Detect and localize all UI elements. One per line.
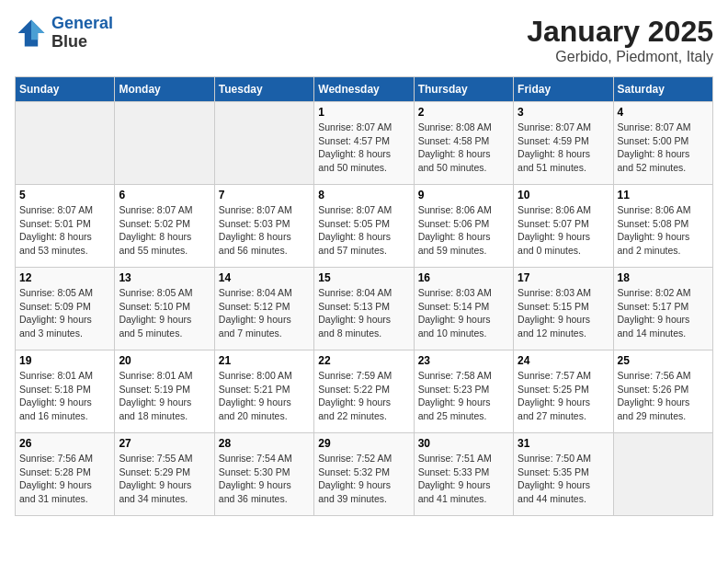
weekday-header: Wednesday — [314, 77, 414, 102]
day-number: 10 — [518, 189, 609, 201]
day-info: Sunrise: 7:50 AM Sunset: 5:35 PM Dayligh… — [518, 452, 609, 506]
day-number: 2 — [418, 106, 509, 119]
day-number: 3 — [518, 106, 609, 119]
calendar-day-cell: 8Sunrise: 8:07 AM Sunset: 5:05 PM Daylig… — [314, 185, 414, 268]
day-number: 21 — [219, 354, 310, 367]
calendar-day-cell: 16Sunrise: 8:03 AM Sunset: 5:14 PM Dayli… — [414, 268, 513, 350]
calendar-day-cell: 15Sunrise: 8:04 AM Sunset: 5:13 PM Dayli… — [314, 268, 414, 350]
day-number: 4 — [618, 106, 709, 119]
weekday-header: Monday — [115, 77, 214, 102]
calendar-day-cell: 2Sunrise: 8:08 AM Sunset: 4:58 PM Daylig… — [414, 102, 513, 185]
calendar-day-cell: 18Sunrise: 8:02 AM Sunset: 5:17 PM Dayli… — [613, 268, 712, 350]
day-info: Sunrise: 7:51 AM Sunset: 5:33 PM Dayligh… — [418, 452, 509, 506]
calendar-week-row: 1Sunrise: 8:07 AM Sunset: 4:57 PM Daylig… — [16, 102, 713, 185]
day-info: Sunrise: 7:55 AM Sunset: 5:29 PM Dayligh… — [119, 452, 210, 506]
day-info: Sunrise: 7:56 AM Sunset: 5:26 PM Dayligh… — [618, 369, 709, 423]
weekday-header: Sunday — [16, 77, 115, 102]
day-info: Sunrise: 8:05 AM Sunset: 5:09 PM Dayligh… — [19, 286, 110, 340]
day-number: 8 — [318, 189, 409, 201]
calendar-day-cell: 7Sunrise: 8:07 AM Sunset: 5:03 PM Daylig… — [214, 185, 313, 268]
day-info: Sunrise: 8:01 AM Sunset: 5:19 PM Dayligh… — [119, 369, 210, 423]
day-number: 5 — [19, 189, 110, 201]
calendar-day-cell: 12Sunrise: 8:05 AM Sunset: 5:09 PM Dayli… — [16, 268, 115, 350]
calendar-table: SundayMondayTuesdayWednesdayThursdayFrid… — [15, 76, 713, 516]
calendar-day-cell: 29Sunrise: 7:52 AM Sunset: 5:32 PM Dayli… — [314, 433, 414, 516]
calendar-day-cell — [16, 102, 115, 185]
day-number: 13 — [119, 271, 210, 284]
day-info: Sunrise: 8:06 AM Sunset: 5:08 PM Dayligh… — [618, 203, 709, 258]
day-number: 23 — [418, 354, 509, 367]
calendar-day-cell: 22Sunrise: 7:59 AM Sunset: 5:22 PM Dayli… — [314, 350, 414, 433]
day-info: Sunrise: 8:01 AM Sunset: 5:18 PM Dayligh… — [19, 369, 110, 423]
day-number: 15 — [318, 271, 409, 284]
day-info: Sunrise: 8:06 AM Sunset: 5:07 PM Dayligh… — [518, 203, 609, 258]
svg-marker-1 — [31, 19, 44, 40]
calendar-day-cell: 25Sunrise: 7:56 AM Sunset: 5:26 PM Dayli… — [613, 350, 712, 433]
calendar-day-cell: 5Sunrise: 8:07 AM Sunset: 5:01 PM Daylig… — [16, 185, 115, 268]
page-header: General Blue January 2025 Gerbido, Piedm… — [15, 15, 713, 65]
day-number: 17 — [518, 271, 609, 284]
weekday-header: Saturday — [613, 77, 712, 102]
day-number: 9 — [418, 189, 509, 201]
calendar-day-cell — [115, 102, 214, 185]
day-number: 7 — [219, 189, 310, 201]
day-info: Sunrise: 8:00 AM Sunset: 5:21 PM Dayligh… — [219, 369, 310, 423]
calendar-day-cell: 31Sunrise: 7:50 AM Sunset: 5:35 PM Dayli… — [514, 433, 613, 516]
day-number: 14 — [219, 271, 310, 284]
weekday-header-row: SundayMondayTuesdayWednesdayThursdayFrid… — [16, 77, 713, 102]
calendar-day-cell: 30Sunrise: 7:51 AM Sunset: 5:33 PM Dayli… — [414, 433, 513, 516]
logo: General Blue — [15, 15, 113, 52]
logo-icon — [15, 17, 48, 50]
calendar-day-cell: 13Sunrise: 8:05 AM Sunset: 5:10 PM Dayli… — [115, 268, 214, 350]
day-info: Sunrise: 8:07 AM Sunset: 5:03 PM Dayligh… — [219, 203, 310, 258]
day-info: Sunrise: 7:56 AM Sunset: 5:28 PM Dayligh… — [19, 452, 110, 506]
day-info: Sunrise: 7:57 AM Sunset: 5:25 PM Dayligh… — [518, 369, 609, 423]
day-info: Sunrise: 8:06 AM Sunset: 5:06 PM Dayligh… — [418, 203, 509, 258]
day-number: 11 — [618, 189, 709, 201]
calendar-day-cell: 3Sunrise: 8:07 AM Sunset: 4:59 PM Daylig… — [514, 102, 613, 185]
calendar-week-row: 26Sunrise: 7:56 AM Sunset: 5:28 PM Dayli… — [16, 433, 713, 516]
calendar-day-cell: 6Sunrise: 8:07 AM Sunset: 5:02 PM Daylig… — [115, 185, 214, 268]
day-info: Sunrise: 7:58 AM Sunset: 5:23 PM Dayligh… — [418, 369, 509, 423]
day-info: Sunrise: 8:04 AM Sunset: 5:12 PM Dayligh… — [219, 286, 310, 340]
day-number: 30 — [418, 437, 509, 450]
calendar-week-row: 5Sunrise: 8:07 AM Sunset: 5:01 PM Daylig… — [16, 185, 713, 268]
day-number: 20 — [119, 354, 210, 367]
day-number: 16 — [418, 271, 509, 284]
calendar-day-cell: 28Sunrise: 7:54 AM Sunset: 5:30 PM Dayli… — [214, 433, 313, 516]
day-number: 25 — [618, 354, 709, 367]
day-number: 24 — [518, 354, 609, 367]
day-number: 1 — [318, 106, 409, 119]
calendar-day-cell: 23Sunrise: 7:58 AM Sunset: 5:23 PM Dayli… — [414, 350, 513, 433]
day-number: 12 — [19, 271, 110, 284]
calendar-day-cell — [613, 433, 712, 516]
day-number: 19 — [19, 354, 110, 367]
location-subtitle: Gerbido, Piedmont, Italy — [527, 49, 713, 65]
calendar-day-cell: 27Sunrise: 7:55 AM Sunset: 5:29 PM Dayli… — [115, 433, 214, 516]
day-info: Sunrise: 8:07 AM Sunset: 4:57 PM Dayligh… — [318, 121, 409, 175]
calendar-day-cell: 9Sunrise: 8:06 AM Sunset: 5:06 PM Daylig… — [414, 185, 513, 268]
day-info: Sunrise: 8:03 AM Sunset: 5:14 PM Dayligh… — [418, 286, 509, 340]
day-number: 22 — [318, 354, 409, 367]
day-info: Sunrise: 8:08 AM Sunset: 4:58 PM Dayligh… — [418, 121, 509, 175]
logo-line2: Blue — [51, 33, 113, 52]
calendar-day-cell — [214, 102, 313, 185]
calendar-day-cell: 11Sunrise: 8:06 AM Sunset: 5:08 PM Dayli… — [613, 185, 712, 268]
calendar-week-row: 19Sunrise: 8:01 AM Sunset: 5:18 PM Dayli… — [16, 350, 713, 433]
day-info: Sunrise: 8:07 AM Sunset: 5:00 PM Dayligh… — [618, 121, 709, 175]
logo-text: General Blue — [51, 15, 113, 52]
day-info: Sunrise: 8:07 AM Sunset: 5:02 PM Dayligh… — [119, 203, 210, 258]
logo-line1: General — [51, 14, 113, 32]
day-number: 6 — [119, 189, 210, 201]
day-info: Sunrise: 7:54 AM Sunset: 5:30 PM Dayligh… — [219, 452, 310, 506]
title-area: January 2025 Gerbido, Piedmont, Italy — [527, 15, 713, 65]
calendar-day-cell: 20Sunrise: 8:01 AM Sunset: 5:19 PM Dayli… — [115, 350, 214, 433]
calendar-day-cell: 24Sunrise: 7:57 AM Sunset: 5:25 PM Dayli… — [514, 350, 613, 433]
calendar-day-cell: 14Sunrise: 8:04 AM Sunset: 5:12 PM Dayli… — [214, 268, 313, 350]
calendar-day-cell: 4Sunrise: 8:07 AM Sunset: 5:00 PM Daylig… — [613, 102, 712, 185]
day-info: Sunrise: 8:05 AM Sunset: 5:10 PM Dayligh… — [119, 286, 210, 340]
day-number: 28 — [219, 437, 310, 450]
day-number: 18 — [618, 271, 709, 284]
calendar-day-cell: 19Sunrise: 8:01 AM Sunset: 5:18 PM Dayli… — [16, 350, 115, 433]
calendar-day-cell: 1Sunrise: 8:07 AM Sunset: 4:57 PM Daylig… — [314, 102, 414, 185]
